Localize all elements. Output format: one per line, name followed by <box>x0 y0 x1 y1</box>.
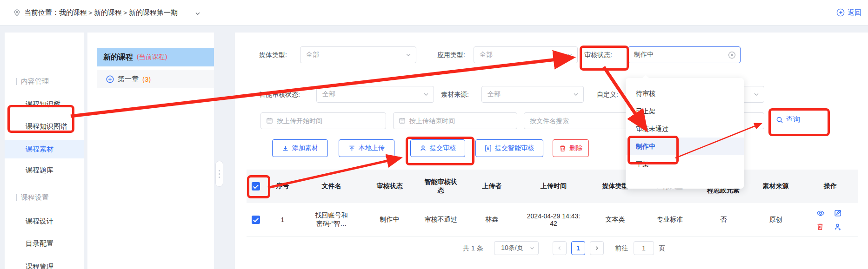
ai-icon <box>485 145 492 152</box>
chapter-label: 第一章 <box>118 75 139 84</box>
sidebar-item-knowledge-tree[interactable]: 课程知识树 <box>5 95 84 113</box>
submit-audit-button[interactable]: 提交审核 <box>410 139 465 157</box>
cell-media-type: 文本类 <box>588 203 642 236</box>
expand-plus-icon[interactable] <box>106 75 114 83</box>
app-type-select[interactable]: 全部 <box>474 46 578 63</box>
col-upload-time[interactable]: 上传时间 <box>519 170 588 203</box>
cell-file-name[interactable]: 找回账号和 密码-“智… <box>300 203 363 236</box>
chapter-node[interactable]: 第一章 (3) <box>97 70 214 88</box>
top-bar: 当前位置：我的课程＞新的课程＞新的课程第一期 返回 <box>0 0 868 26</box>
app-type-label: 应用类型: <box>437 46 465 63</box>
cell-index: 1 <box>265 203 300 236</box>
media-type-select[interactable]: 全部 <box>300 46 416 63</box>
col-file-name[interactable]: 文件名 <box>300 170 363 203</box>
material-source-select[interactable]: 全部 <box>481 86 584 103</box>
local-upload-button[interactable]: 本地上传 <box>339 139 394 157</box>
calendar-icon <box>399 117 406 124</box>
audit-status-select[interactable]: 制作中 <box>628 46 741 63</box>
col-smart-audit-status[interactable]: 智能审核状 态 <box>416 170 465 203</box>
search-icon <box>776 116 783 124</box>
next-page-button[interactable] <box>590 241 604 255</box>
sidebar: 内容管理 课程知识树 课程知识图谱 课程素材 课程题库 课程设置 课程设计 目录… <box>5 33 84 269</box>
col-audit-status[interactable]: 审核状态 <box>363 170 416 203</box>
delete-button[interactable]: 删除 <box>553 139 589 157</box>
section-bar <box>16 194 17 201</box>
section-title: 内容管理 <box>21 77 49 86</box>
course-material-page: 当前位置：我的课程＞新的课程＞新的课程第一期 返回 内容管理 课程知识树 课程知… <box>0 0 868 269</box>
trash-icon <box>559 145 566 152</box>
cell-smart-audit-status: 审核不通过 <box>416 203 465 236</box>
breadcrumb-path[interactable]: 我的课程＞新的课程＞新的课程第一期 <box>59 8 178 16</box>
current-page-button[interactable]: 1 <box>571 241 585 255</box>
col-material-source[interactable]: 素材来源 <box>749 170 802 203</box>
dropdown-option-offline[interactable]: 下架 <box>626 155 744 173</box>
view-icon[interactable] <box>816 209 827 217</box>
chevron-down-icon <box>529 245 535 251</box>
panel-collapse-handle[interactable] <box>215 161 223 187</box>
course-title: 新的课程 <box>103 52 133 62</box>
dropdown-option-rejected[interactable]: 审核未通过 <box>626 120 744 138</box>
delete-label: 删除 <box>569 144 582 152</box>
row-select-cell <box>247 203 265 236</box>
add-material-label: 添加素材 <box>292 144 318 152</box>
smart-audit-status-label: 智能审核状态: <box>259 86 300 103</box>
table-row[interactable]: 1 找回账号和 密码-“智… 制作中 审核不通过 林垚 2024-04-29 1… <box>247 203 858 237</box>
current-course-tag: (当前课程) <box>137 53 167 61</box>
current-course-header[interactable]: 新的课程 (当前课程) <box>97 48 214 66</box>
sidebar-item-course-material[interactable]: 课程素材 <box>5 140 84 158</box>
search-button[interactable]: 查询 <box>776 115 800 124</box>
calendar-icon <box>266 117 273 124</box>
chapter-count: (3) <box>142 75 151 83</box>
cell-app-type: 专业标准 <box>642 203 698 236</box>
total-count: 共 1 条 <box>463 241 483 256</box>
col-actions: 操作 <box>802 170 858 203</box>
app-type-value: 全部 <box>480 51 493 59</box>
goto-page-input[interactable] <box>634 241 654 255</box>
goto-label: 前往 <box>615 241 628 256</box>
audit-status-label: 审核状态: <box>584 46 612 63</box>
chevron-down-icon <box>423 91 429 98</box>
select-all-checkbox[interactable] <box>252 182 260 190</box>
select-all-cell <box>247 170 265 203</box>
smart-audit-status-select[interactable]: 全部 <box>316 86 434 103</box>
upload-end-time-input[interactable] <box>393 112 517 129</box>
cell-audit-status: 制作中 <box>363 203 416 236</box>
submit-audit-label: 提交审核 <box>430 144 456 152</box>
row-checkbox[interactable] <box>252 216 260 224</box>
dropdown-option-in-production[interactable]: 制作中 <box>626 138 744 155</box>
material-source-value: 全部 <box>487 90 501 98</box>
breadcrumb-chevron-down-icon[interactable] <box>194 10 201 17</box>
col-uploader[interactable]: 上传者 <box>465 170 519 203</box>
sidebar-item-knowledge-graph[interactable]: 课程知识图谱 <box>5 117 84 136</box>
dropdown-option-pending[interactable]: 待审核 <box>626 85 744 102</box>
audit-status-dropdown: 待审核 已上架 审核未通过 制作中 下架 <box>626 78 744 189</box>
smart-audit-status-value: 全部 <box>322 90 335 98</box>
sidebar-item-question-bank[interactable]: 课程题库 <box>5 161 84 179</box>
location-pin-icon <box>13 9 21 17</box>
page-size-value: 10条/页 <box>501 244 523 252</box>
clear-circle-icon[interactable] <box>728 51 736 59</box>
cell-material-source: 原创 <box>749 203 802 236</box>
filename-search-input[interactable] <box>524 112 628 129</box>
custom-filter-label: 自定义: <box>597 86 618 103</box>
dropdown-option-published[interactable]: 已上架 <box>626 102 744 120</box>
upload-icon <box>348 145 355 152</box>
trash-icon[interactable] <box>816 223 827 231</box>
course-tree-panel <box>87 33 214 269</box>
col-index[interactable]: 序号 <box>265 170 300 203</box>
back-label: 返回 <box>848 0 861 25</box>
cell-actions <box>802 203 858 236</box>
table-header: 序号 文件名 审核状态 智能审核状 态 上传者 上传时间 媒体类型 应用类型 课… <box>247 170 858 203</box>
sidebar-item-course-design[interactable]: 课程设计 <box>5 212 84 230</box>
media-type-value: 全部 <box>306 51 319 59</box>
edit-icon[interactable] <box>834 209 844 217</box>
submit-smart-audit-button[interactable]: 提交智能审核 <box>475 139 543 157</box>
back-button[interactable]: 返回 <box>836 0 861 25</box>
upload-start-time-input[interactable] <box>260 112 386 129</box>
add-material-button[interactable]: 添加素材 <box>272 139 328 157</box>
prev-page-button[interactable] <box>553 241 567 255</box>
section-bar <box>16 78 17 85</box>
page-size-select[interactable]: 10条/页 <box>494 241 539 255</box>
sidebar-item-course-management[interactable]: 课程管理 <box>5 257 84 269</box>
assign-person-icon[interactable] <box>834 223 844 231</box>
